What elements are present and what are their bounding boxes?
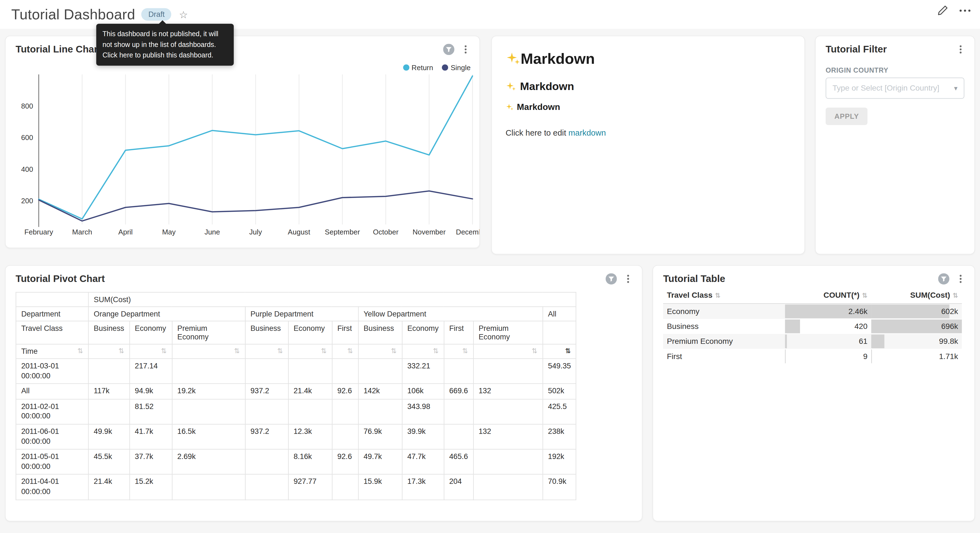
kebab-menu-icon[interactable]	[956, 45, 966, 54]
pivot-cell	[473, 399, 542, 424]
pivot-data-row: 2011-03-01 00:00:00217.14332.21549.35	[16, 359, 576, 384]
cell-sum-value: 99.8k	[939, 337, 958, 346]
dashboard-page: Tutorial Dashboard Draft ☆ This dashboar…	[0, 0, 980, 533]
filter-indicator-icon[interactable]	[606, 273, 617, 284]
more-menu-icon[interactable]	[959, 5, 971, 16]
markdown-h3-text: Markdown	[517, 102, 560, 112]
origin-country-placeholder: Type or Select [Origin Country]	[833, 84, 939, 93]
pivot-cell: 142k	[358, 384, 402, 399]
sort-icon[interactable]: ⇅	[288, 344, 332, 359]
cell-travel-class: Economy	[663, 303, 785, 319]
pivot-corner-cell	[16, 292, 89, 306]
pivot-cell	[358, 399, 402, 424]
pivot-department-header: All	[543, 307, 576, 321]
legend-item-single[interactable]: Single	[442, 64, 471, 71]
pivot-card-title: Tutorial Pivot Chart	[16, 273, 105, 284]
svg-text:July: July	[249, 228, 262, 236]
line-chart-canvas[interactable]: FebruaryMarchAprilMayJuneJulyAugustSepte…	[37, 74, 474, 238]
sort-icon[interactable]: ⇅	[543, 344, 576, 359]
card-markdown: Markdown Markdown Markdown Click here to…	[492, 36, 805, 254]
pivot-cell	[358, 359, 402, 384]
sort-icon: ⇅	[77, 347, 83, 355]
cell-count-value: 9	[863, 352, 868, 361]
table-header-row: Travel Class⇅COUNT(*)⇅SUM(Cost)⇅	[663, 287, 962, 303]
svg-text:March: March	[72, 228, 92, 236]
pivot-cell: 502k	[543, 384, 576, 399]
filter-indicator-icon[interactable]	[443, 44, 454, 55]
markdown-edit-link[interactable]: markdown	[568, 128, 606, 137]
filter-card-icons	[956, 45, 966, 54]
column-header-travel-class[interactable]: Travel Class⇅	[663, 287, 785, 303]
pivot-department-label: Department	[16, 307, 89, 321]
card-tutorial-table: Tutorial Table Travel Class⇅COUNT(*)⇅SUM…	[652, 265, 975, 522]
edit-dashboard-icon[interactable]	[937, 5, 949, 16]
card-tutorial-pivot-chart: Tutorial Pivot Chart SUM(Cost)Department…	[5, 265, 643, 522]
sort-icon[interactable]: ⇅	[245, 344, 288, 359]
favorite-star-icon[interactable]: ☆	[179, 8, 188, 21]
svg-text:October: October	[373, 228, 399, 236]
line-chart-plot-area[interactable]: FebruaryMarchAprilMayJuneJulyAugustSepte…	[37, 74, 474, 241]
column-header-sum[interactable]: SUM(Cost)⇅	[871, 287, 962, 303]
header-actions	[937, 5, 972, 16]
sort-icon[interactable]: ⇅	[402, 344, 444, 359]
pivot-cell	[245, 474, 288, 499]
pivot-cell: 669.6	[444, 384, 473, 399]
pivot-travel-class-header: Business	[245, 321, 288, 345]
svg-text:December: December	[456, 228, 480, 236]
pivot-cell: 17.3k	[402, 474, 444, 499]
pivot-cell	[332, 359, 358, 384]
column-header-count[interactable]: COUNT(*)⇅	[785, 287, 871, 303]
pivot-department-header: Yellow Department	[358, 307, 543, 321]
legend-item-return[interactable]: Return	[403, 64, 433, 71]
sort-icon[interactable]: ⇅	[358, 344, 402, 359]
pivot-cell	[473, 474, 542, 499]
origin-country-select[interactable]: Type or Select [Origin Country] ▾	[826, 78, 964, 99]
pivot-row-header: 2011-04-01 00:00:00	[16, 474, 89, 499]
pivot-data-row: All117k94.9k19.2k937.221.4k92.6142k106k6…	[16, 384, 576, 399]
kebab-menu-icon[interactable]	[623, 274, 633, 284]
pivot-row-header: 2011-06-01 00:00:00	[16, 424, 89, 449]
pivot-cell: 192k	[543, 449, 576, 474]
pivot-metric-header: SUM(Cost)	[88, 292, 576, 306]
pivot-cell	[172, 359, 245, 384]
draft-badge[interactable]: Draft	[142, 8, 172, 21]
pivot-cell: 937.2	[245, 424, 288, 449]
pivot-data-row: 2011-02-01 00:00:0081.52343.98425.5	[16, 399, 576, 424]
pivot-cell	[88, 359, 129, 384]
pivot-travel-class-header: Economy	[129, 321, 172, 345]
pivot-cell: 937.2	[245, 384, 288, 399]
kebab-menu-icon[interactable]	[956, 274, 966, 284]
pivot-cell: 21.4k	[88, 474, 129, 499]
markdown-h1-text: Markdown	[521, 50, 595, 67]
sort-icon[interactable]: ⇅	[172, 344, 245, 359]
sort-icon[interactable]: ⇅	[444, 344, 473, 359]
column-header-label: COUNT(*)	[824, 291, 860, 300]
pivot-cell: 332.21	[402, 359, 444, 384]
pivot-cell: 37.7k	[129, 449, 172, 474]
unpublished-tooltip[interactable]: This dashboard is not published, it will…	[96, 24, 234, 66]
page-title: Tutorial Dashboard	[11, 6, 135, 23]
pivot-cell: 204	[444, 474, 473, 499]
sort-icon[interactable]: ⇅	[332, 344, 358, 359]
filter-indicator-icon[interactable]	[938, 273, 949, 284]
pivot-cell: 16.5k	[172, 424, 245, 449]
markdown-h2: Markdown	[506, 80, 791, 93]
pivot-travel-class-header: Business	[358, 321, 402, 345]
sort-icon[interactable]: ⇅	[473, 344, 542, 359]
cell-sum: 1.71k	[871, 349, 962, 364]
table-row: Premium Economy6199.8k	[663, 334, 962, 349]
pivot-cell: 132	[473, 384, 542, 399]
sort-icon[interactable]: ⇅	[129, 344, 172, 359]
pivot-cell	[444, 359, 473, 384]
pivot-header-row: DepartmentOrange DepartmentPurple Depart…	[16, 307, 576, 321]
pivot-travel-class-header: First	[332, 321, 358, 345]
apply-button[interactable]: APPLY	[826, 107, 868, 125]
kebab-menu-icon[interactable]	[461, 45, 471, 54]
pivot-time-header[interactable]: Time⇅	[16, 344, 89, 359]
cell-sum-value: 696k	[941, 322, 958, 331]
pivot-cell: 47.7k	[402, 449, 444, 474]
pivot-travel-class-header: First	[444, 321, 473, 345]
sort-icon[interactable]: ⇅	[88, 344, 129, 359]
line-chart-card-icons	[443, 44, 471, 55]
pivot-cell: 465.6	[444, 449, 473, 474]
